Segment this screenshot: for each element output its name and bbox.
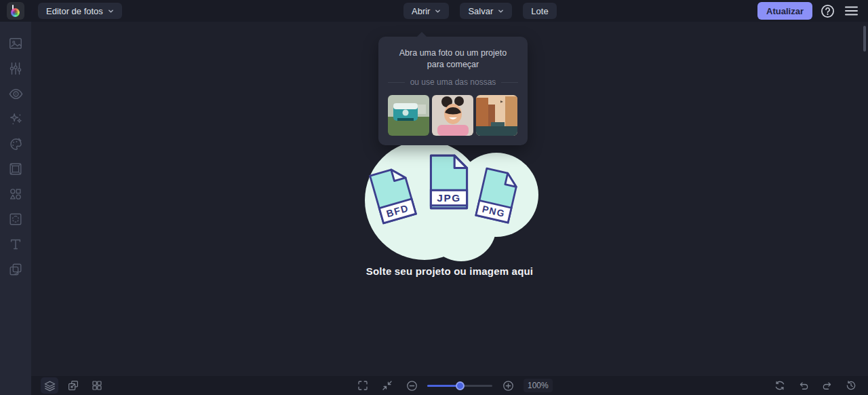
zoom-slider xyxy=(427,385,492,387)
undo-button[interactable] xyxy=(795,377,812,394)
chevron-down-icon xyxy=(108,8,114,14)
resize-canvas-button[interactable] xyxy=(64,377,82,394)
file-label-jpg: JPG xyxy=(437,192,460,204)
popover-notch xyxy=(416,32,427,37)
reset-button[interactable] xyxy=(771,377,789,394)
main-menu-button[interactable] xyxy=(842,2,860,20)
question-mark-icon xyxy=(821,4,835,18)
redo-button[interactable] xyxy=(818,377,836,394)
sidebar-item-photo-manager[interactable] xyxy=(7,35,24,52)
undo-icon xyxy=(797,379,810,392)
fit-screen-icon xyxy=(381,379,393,392)
popover-title: Abra uma foto ou um projeto para começar xyxy=(388,46,518,71)
expand-button[interactable] xyxy=(354,377,372,394)
layers-button[interactable] xyxy=(41,377,58,394)
teal-van-photo xyxy=(388,95,429,136)
sidebar-item-graphics[interactable] xyxy=(7,186,24,202)
drop-illustration: BFD JPG PNG xyxy=(359,138,539,263)
zoom-slider-track[interactable] xyxy=(427,385,492,387)
upgrade-button[interactable]: Atualizar xyxy=(757,2,812,20)
artsy-palette-icon xyxy=(8,136,24,152)
open-hint-popover: Abra uma foto ou um projeto para começar… xyxy=(378,37,528,145)
zoom-slider-fill xyxy=(427,385,460,387)
history-icon xyxy=(845,379,857,392)
open-button[interactable]: Abrir xyxy=(403,3,449,19)
batch-button[interactable]: Lote xyxy=(523,3,556,19)
open-label: Abrir xyxy=(412,6,430,16)
resize-canvas-icon xyxy=(67,379,79,392)
zoom-controls: 100% xyxy=(354,377,553,394)
bottombar-left-group xyxy=(41,377,106,394)
grid-icon xyxy=(91,379,103,392)
effects-sparkles-icon xyxy=(8,111,23,126)
zoom-out-button[interactable] xyxy=(403,377,420,394)
save-button[interactable]: Salvar xyxy=(460,3,512,19)
file-card-jpg: JPG xyxy=(426,151,472,215)
popover-subtitle: ou use uma das nossas xyxy=(410,77,496,87)
reset-icon xyxy=(774,379,786,392)
befunky-logo[interactable] xyxy=(7,2,24,20)
sample-image-portrait[interactable] xyxy=(432,95,473,136)
file-actions-group: Abrir Salvar Lote xyxy=(403,3,557,19)
expand-icon xyxy=(357,379,369,392)
logo-color-wheel xyxy=(11,8,20,17)
smiling-woman-photo xyxy=(432,95,473,136)
sidebar-item-touchup[interactable] xyxy=(7,86,24,102)
canvas-area[interactable]: Abra uma foto ou um projeto para começar… xyxy=(31,22,868,376)
chevron-down-icon xyxy=(435,8,441,14)
popover-subtitle-row: ou use uma das nossas xyxy=(388,77,518,87)
sidebar-item-overlays[interactable] xyxy=(7,261,24,278)
zoom-in-icon xyxy=(502,379,515,392)
frames-icon xyxy=(8,162,23,176)
zoom-slider-knob[interactable] xyxy=(456,381,465,390)
hamburger-icon xyxy=(845,5,858,16)
divider xyxy=(501,82,518,83)
sidebar-item-frames[interactable] xyxy=(7,161,24,177)
sidebar-item-artsy[interactable] xyxy=(7,136,24,152)
templates-grid-button[interactable] xyxy=(88,377,106,394)
venice-canal-photo xyxy=(476,95,517,136)
chevron-down-icon xyxy=(498,8,504,14)
help-button[interactable] xyxy=(818,2,836,20)
sidebar-item-effects[interactable] xyxy=(7,111,24,127)
sample-image-canal[interactable] xyxy=(476,95,517,136)
sample-images-row xyxy=(388,95,518,136)
topbar-right-group: Atualizar xyxy=(757,2,860,20)
batch-label: Lote xyxy=(531,6,548,16)
divider xyxy=(388,82,405,83)
layers-icon xyxy=(43,379,56,392)
overlays-icon xyxy=(8,262,23,277)
sample-image-van[interactable] xyxy=(388,95,429,136)
graphics-shapes-icon xyxy=(8,187,23,202)
zoom-in-button[interactable] xyxy=(499,377,517,394)
edit-sliders-icon xyxy=(8,61,23,76)
photo-image-icon xyxy=(8,36,23,51)
tools-sidebar xyxy=(0,22,31,395)
touchup-eye-icon xyxy=(8,86,24,102)
save-label: Salvar xyxy=(468,6,493,16)
jpg-file-icon: JPG xyxy=(426,151,472,212)
fit-screen-button[interactable] xyxy=(378,377,396,394)
history-controls xyxy=(771,377,860,394)
history-button[interactable] xyxy=(842,377,860,394)
sidebar-item-text[interactable] xyxy=(7,236,24,252)
editor-mode-label: Editor de fotos xyxy=(46,6,103,16)
text-icon xyxy=(8,237,23,252)
textures-icon xyxy=(8,212,23,227)
sidebar-item-textures[interactable] xyxy=(7,211,24,227)
top-bar: Editor de fotos Abrir Salvar Lote Atuali… xyxy=(0,0,868,22)
bottom-bar: 100% xyxy=(31,376,868,395)
zoom-out-icon xyxy=(406,379,418,392)
vertical-scrollbar[interactable] xyxy=(863,26,866,52)
sidebar-item-edit[interactable] xyxy=(7,60,24,77)
drop-instruction-label: Solte seu projeto ou imagem aqui xyxy=(31,265,868,277)
editor-mode-menu[interactable]: Editor de fotos xyxy=(38,3,122,19)
zoom-percentage[interactable]: 100% xyxy=(524,379,553,392)
redo-icon xyxy=(821,379,833,392)
